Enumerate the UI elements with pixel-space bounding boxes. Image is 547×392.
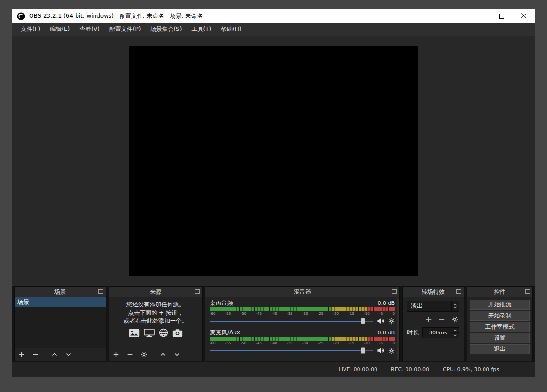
tick-label: -25	[318, 341, 323, 346]
sources-dock-header[interactable]: 来源	[109, 287, 202, 297]
combo-arrows-icon[interactable]	[451, 301, 459, 311]
obs-window: OBS 23.2.1 (64-bit, windows) - 配置文件: 未命名…	[12, 9, 535, 377]
tick-label: -55	[225, 341, 231, 346]
tick-label: -40	[271, 341, 277, 346]
tick-label: -20	[333, 312, 339, 316]
channel-settings-gear-icon[interactable]	[388, 347, 395, 354]
menu-edit[interactable]: 编辑(E)	[45, 23, 75, 36]
channel-db-value: 0.0 dB	[377, 300, 395, 306]
tick-label: -5	[379, 312, 383, 316]
volume-slider[interactable]	[210, 317, 373, 325]
remove-transition-button[interactable]	[438, 316, 445, 323]
tick-label: -45	[256, 312, 261, 316]
add-transition-button[interactable]	[425, 316, 432, 323]
statusbar: LIVE: 00:00:00 REC: 00:00:00 CPU: 0.9%, …	[12, 362, 535, 377]
dock-float-icon[interactable]	[98, 289, 103, 294]
scene-list-item-selected[interactable]: 场景	[15, 297, 106, 307]
menu-help[interactable]: 帮助(H)	[216, 23, 246, 36]
move-source-down-button[interactable]	[174, 351, 180, 358]
dock-float-icon[interactable]	[456, 289, 461, 294]
dock-float-icon[interactable]	[195, 289, 200, 294]
minimize-button[interactable]	[468, 9, 490, 23]
dock-float-icon[interactable]	[392, 289, 397, 294]
tick-label: 0	[392, 312, 394, 316]
spinbox-arrows	[452, 328, 459, 338]
transitions-dock-header[interactable]: 转场特效	[403, 287, 464, 297]
tick-label: -50	[241, 341, 246, 346]
spin-down-button[interactable]	[452, 333, 459, 338]
channel-settings-gear-icon[interactable]	[388, 318, 395, 325]
obs-logo-icon	[17, 12, 25, 20]
volume-meter	[210, 307, 395, 311]
studio-mode-button[interactable]: 工作室模式	[470, 322, 530, 332]
tick-label: -15	[348, 341, 354, 346]
menu-scene-collection[interactable]: 场景集合(S)	[145, 23, 187, 36]
menu-profile[interactable]: 配置文件(P)	[105, 23, 146, 36]
mute-speaker-icon[interactable]	[377, 347, 384, 354]
transitions-body: 淡出 时长 300ms	[403, 297, 464, 361]
scenes-toolbar	[15, 348, 106, 361]
move-scene-up-button[interactable]	[51, 351, 58, 358]
transition-tools	[407, 316, 459, 323]
add-scene-button[interactable]	[18, 351, 25, 358]
tick-label: -55	[225, 312, 231, 316]
menu-file[interactable]: 文件(F)	[16, 23, 45, 36]
remove-source-button[interactable]	[127, 351, 133, 358]
mixer-channel-mic-aux: 麦克风/Aux 0.0 dB -60-55-50-45-40-35-30-25-…	[210, 329, 395, 355]
close-icon	[521, 13, 527, 19]
scenes-dock-header[interactable]: 场景	[15, 287, 106, 297]
move-source-up-button[interactable]	[160, 351, 166, 358]
transition-select[interactable]: 淡出	[407, 301, 459, 312]
scenes-dock-title: 场景	[54, 288, 66, 296]
dock-float-icon[interactable]	[525, 289, 530, 294]
tick-label: -60	[210, 312, 215, 316]
mixer-dock-header[interactable]: 混音器	[205, 287, 399, 297]
remove-scene-button[interactable]	[32, 351, 39, 358]
volume-meter	[210, 337, 395, 341]
settings-button[interactable]: 设置	[470, 333, 530, 343]
close-button[interactable]	[513, 9, 535, 23]
scenes-dock: 场景 场景	[14, 286, 106, 361]
mixer-scrollbar[interactable]	[397, 298, 399, 360]
sources-dock-title: 来源	[150, 288, 161, 296]
titlebar[interactable]: OBS 23.2.1 (64-bit, windows) - 配置文件: 未命名…	[12, 9, 535, 23]
status-rec-time: REC: 00:00:00	[391, 366, 429, 373]
meter-scale: -60-55-50-45-40-35-30-25-20-15-10-50	[210, 312, 395, 316]
meter-scale: -60-55-50-45-40-35-30-25-20-15-10-50	[210, 341, 395, 346]
maximize-icon	[499, 14, 504, 19]
window-controls	[468, 9, 535, 23]
start-recording-button[interactable]: 开始录制	[470, 311, 530, 321]
volume-slider-handle[interactable]	[361, 347, 365, 354]
controls-dock-header[interactable]: 控件	[467, 287, 532, 297]
scene-list[interactable]: 场景	[15, 297, 106, 348]
channel-db-value: 0.0 dB	[377, 330, 395, 336]
transition-properties-gear-icon[interactable]	[452, 316, 458, 323]
display-source-icon	[144, 329, 155, 337]
preview-canvas[interactable]	[129, 46, 418, 276]
mute-speaker-icon[interactable]	[377, 317, 384, 325]
move-scene-down-button[interactable]	[65, 351, 72, 358]
transition-selected-value: 淡出	[407, 301, 451, 311]
add-source-button[interactable]	[113, 351, 119, 358]
maximize-button[interactable]	[490, 9, 513, 23]
sources-empty-area[interactable]: 您还没有添加任何源。 点击下面的 + 按钮， 或者右击此处添加一个。	[109, 297, 202, 348]
spin-up-button[interactable]	[452, 328, 459, 333]
volume-slider-handle[interactable]	[361, 318, 365, 324]
source-properties-button[interactable]	[141, 351, 147, 358]
menu-tools[interactable]: 工具(T)	[187, 23, 216, 36]
volume-slider-fill	[210, 350, 363, 351]
sources-toolbar	[109, 348, 202, 361]
window-title: OBS 23.2.1 (64-bit, windows) - 配置文件: 未命名…	[29, 12, 468, 20]
duration-spinbox[interactable]: 300ms	[422, 327, 459, 338]
exit-button[interactable]: 退出	[470, 344, 530, 354]
duration-value[interactable]: 300ms	[423, 328, 452, 338]
mixer-dock: 混音器 桌面音频 0.0 dB -60-55-50-45-40-35-30-25…	[205, 286, 400, 361]
channel-name: 麦克风/Aux	[210, 329, 240, 337]
tick-label: -60	[210, 341, 215, 346]
start-streaming-button[interactable]: 开始推流	[470, 300, 530, 310]
menu-view[interactable]: 查看(V)	[75, 23, 105, 36]
source-type-icons	[129, 328, 183, 337]
volume-slider[interactable]	[210, 347, 373, 354]
status-cpu-fps: CPU: 0.9%, 30.00 fps	[443, 366, 499, 373]
tick-label: -30	[302, 341, 308, 346]
